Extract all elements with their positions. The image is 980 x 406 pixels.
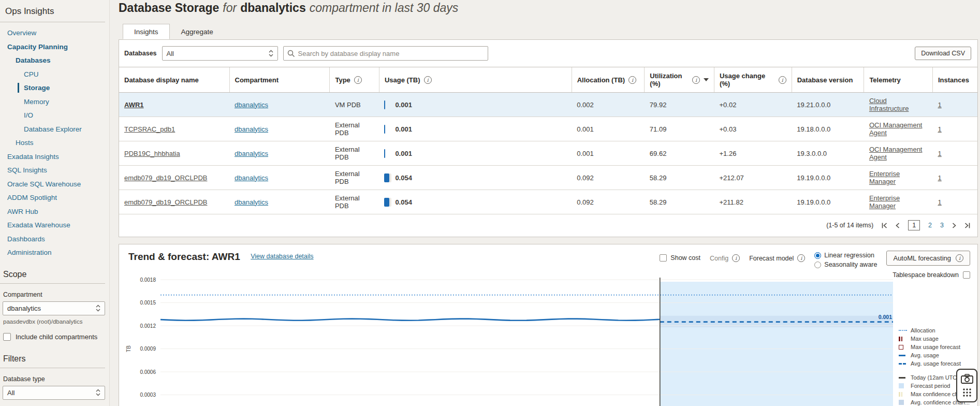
legend-item-avg-usage: Avg. usage (899, 352, 974, 358)
filters-heading: Filters (3, 354, 105, 364)
instances-link[interactable]: 1 (938, 174, 942, 182)
column-header-database-version[interactable]: Database version (792, 67, 864, 93)
trend-forecast-chart[interactable]: 0.0010.00000.00030.00060.00090.00120.001… (119, 277, 911, 406)
first-page-button[interactable] (882, 223, 887, 228)
database-type-select[interactable]: All (3, 386, 105, 400)
info-icon[interactable]: i (628, 76, 636, 84)
databases-select-value: All (167, 50, 269, 57)
page-title-for: for (223, 1, 237, 15)
automl-info-icon: i (956, 254, 963, 262)
database-name-link[interactable]: emdb079_db19_ORCLPDB (124, 174, 207, 182)
next-page-button[interactable] (952, 223, 956, 228)
sidebar-item-storage[interactable]: Storage (0, 84, 105, 92)
compartment-select[interactable]: dbanalytics (3, 301, 105, 315)
column-header-compartment[interactable]: Compartment (229, 67, 330, 93)
table-row[interactable]: TCPSRAC_pdb1dbanalyticsExternal PDB0.001… (119, 117, 977, 141)
table-row[interactable]: emdb079_db19_ORCLPDBdbanalyticsExternal … (119, 166, 977, 190)
page-title-suffix: compartment in last 30 days (310, 1, 459, 15)
tab-insights[interactable]: Insights (123, 24, 170, 39)
view-database-details-link[interactable]: View database details (251, 253, 313, 260)
sidebar-item-i-o[interactable]: I/O (0, 112, 105, 119)
sidebar-item-awr-hub[interactable]: AWR Hub (0, 208, 105, 215)
table-row[interactable]: emdb079_db19_ORCLPDBdbanalyticsExternal … (119, 190, 977, 214)
chevron-updown-icon (96, 304, 100, 312)
tab-aggregate[interactable]: Aggregate (170, 24, 225, 39)
sidebar-item-exadata-insights[interactable]: Exadata Insights (0, 153, 105, 161)
compartment-link[interactable]: dbanalytics (235, 125, 268, 133)
page-2-link[interactable]: 2 (928, 222, 932, 229)
download-csv-button[interactable]: Download CSV (915, 47, 971, 60)
usage-bar (384, 149, 391, 158)
page-title: Database Storage for dbanalytics compart… (119, 1, 978, 15)
include-child-compartments-checkbox[interactable] (3, 333, 11, 341)
instances-link[interactable]: 1 (938, 150, 942, 157)
telemetry-link[interactable]: OCI Management Agent (869, 146, 923, 161)
sidebar-item-administration[interactable]: Administration (0, 249, 105, 256)
telemetry-link[interactable]: Enterprise Manager (869, 194, 900, 210)
instances-link[interactable]: 1 (938, 125, 942, 133)
sidebar-item-database-explorer[interactable]: Database Explorer (0, 126, 105, 133)
sidebar-item-exadata-warehouse[interactable]: Exadata Warehouse (0, 222, 105, 229)
config-info-icon[interactable]: i (732, 254, 740, 262)
sort-desc-icon[interactable] (704, 78, 709, 81)
sidebar-item-overview[interactable]: Overview (0, 30, 105, 37)
instances-link[interactable]: 1 (938, 101, 942, 109)
sidebar-item-addm-spotlight[interactable]: ADDM Spotlight (0, 194, 105, 201)
pagination: (1-5 of 14 items)123 (119, 214, 977, 237)
svg-text:0.0009: 0.0009 (140, 346, 156, 352)
search-input[interactable] (283, 46, 488, 61)
include-child-compartments-row[interactable]: Include child compartments (3, 333, 105, 341)
camera-icon[interactable] (961, 374, 973, 384)
column-header-type[interactable]: Typei (330, 67, 379, 93)
column-header-database-display-name[interactable]: Database display name (119, 67, 229, 93)
sidebar-item-dashboards[interactable]: Dashboards (0, 236, 105, 243)
column-header-telemetry[interactable]: Telemetry (864, 67, 933, 93)
last-page-button[interactable] (964, 223, 970, 228)
compartment-link[interactable]: dbanalytics (235, 101, 268, 109)
telemetry-link[interactable]: Enterprise Manager (869, 170, 900, 185)
info-icon[interactable]: i (354, 76, 362, 84)
database-name-link[interactable]: TCPSRAC_pdb1 (124, 125, 175, 133)
svg-text:0.0003: 0.0003 (140, 392, 156, 398)
database-name-link[interactable]: AWR1 (124, 101, 144, 109)
column-header-usage-tb[interactable]: Usage (TB)i (379, 67, 572, 93)
column-header-allocation-tb[interactable]: Allocation (TB)i (572, 67, 645, 93)
sidebar-item-hosts[interactable]: Hosts (0, 139, 105, 147)
compartment-link[interactable]: dbanalytics (235, 198, 268, 206)
trend-forecast-panel: Trend & forecast: AWR1 View database det… (119, 244, 978, 406)
drag-grid-icon[interactable] (962, 388, 972, 397)
page-3-link[interactable]: 3 (940, 222, 944, 229)
radio-seasonality-aware[interactable]: Seasonality aware (814, 261, 877, 268)
tablespace-breakdown-checkbox[interactable] (963, 271, 970, 279)
compartment-link[interactable]: dbanalytics (235, 174, 268, 182)
search-icon (287, 50, 295, 57)
show-cost-row[interactable]: Show cost (660, 254, 700, 262)
radio-linear-regression[interactable]: Linear regression (814, 252, 877, 259)
column-header-utilization[interactable]: Utilization (%)i (645, 67, 714, 93)
info-icon[interactable]: i (692, 76, 700, 84)
sidebar-item-databases[interactable]: Databases (0, 57, 105, 64)
sidebar-item-cpu[interactable]: CPU (0, 71, 105, 78)
column-header-instances[interactable]: Instances (933, 67, 978, 93)
previous-page-button[interactable] (896, 223, 900, 228)
current-page[interactable]: 1 (908, 220, 920, 230)
databases-select[interactable]: All (162, 46, 278, 61)
show-cost-checkbox[interactable] (660, 254, 667, 262)
automl-forecasting-button[interactable]: AutoML forecasting i (886, 251, 970, 266)
info-icon[interactable]: i (779, 76, 786, 84)
forecast-model-info-icon[interactable]: i (797, 254, 805, 262)
database-name-link[interactable]: emdb079_db19_ORCLPDB (124, 198, 207, 206)
table-row[interactable]: AWR1dbanalyticsVM PDB0.0010.00279.92+0.0… (119, 93, 977, 117)
table-row[interactable]: PDB19C_hhbhatiadbanalyticsExternal PDB0.… (119, 141, 977, 166)
telemetry-link[interactable]: OCI Management Agent (869, 121, 923, 137)
database-name-link[interactable]: PDB19C_hhbhatia (124, 150, 180, 157)
compartment-link[interactable]: dbanalytics (235, 150, 268, 157)
sidebar-item-oracle-sql-warehouse[interactable]: Oracle SQL Warehouse (0, 181, 105, 188)
sidebar-item-sql-insights[interactable]: SQL Insights (0, 167, 105, 174)
sidebar-item-memory[interactable]: Memory (0, 98, 105, 106)
info-icon[interactable]: i (424, 76, 432, 84)
instances-link[interactable]: 1 (938, 198, 942, 206)
sidebar-item-capacity-planning[interactable]: Capacity Planning (0, 44, 105, 51)
column-header-usage-change[interactable]: Usage change (%)i (714, 67, 792, 93)
telemetry-link[interactable]: Cloud Infrastructure (869, 97, 909, 112)
